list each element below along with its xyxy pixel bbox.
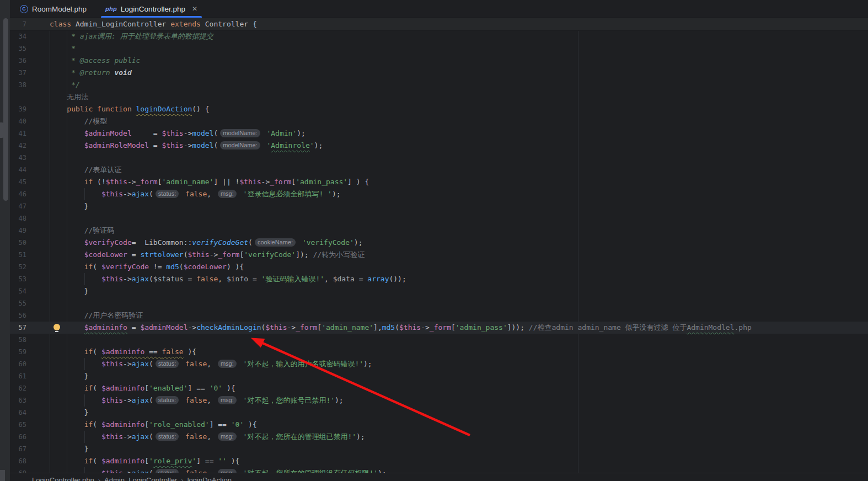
inlay-parameter-hint: modelName: — [220, 129, 260, 137]
active-tab-underline — [101, 16, 202, 18]
line-number: 7 — [10, 18, 26, 30]
tab-logincontroller[interactable]: php LoginController.php ✕ — [101, 0, 202, 18]
code-text: $this->ajax(status: false, msg: '对不起，您所在… — [50, 431, 365, 443]
code-line: 42 $adminRoleModel = $this->model(modelN… — [10, 140, 868, 152]
code-line: 50 $verifyCode= LibCommon::verifyCodeGet… — [10, 237, 868, 249]
line-number: 40 — [10, 115, 26, 127]
code-line: 40 //模型 — [10, 115, 868, 127]
code-line: 68 if( $admininfo['role_priv'] == '' ){ — [10, 455, 868, 467]
line-number: 36 — [10, 55, 26, 67]
line-number: 35 — [10, 42, 26, 55]
line-number — [10, 91, 26, 103]
line-number: 41 — [10, 127, 26, 140]
line-number: 50 — [10, 237, 26, 249]
code-text: class Admin_LoginController extends Cont… — [50, 18, 257, 30]
code-line: 52 if( $verifyCode != md5($codeLower) ){ — [10, 261, 868, 273]
code-line: 46 $this->ajax(status: false, msg: '登录信息… — [10, 188, 868, 200]
line-number: 59 — [10, 346, 26, 358]
code-text: $adminModel = $this->model(modelName: 'A… — [50, 127, 306, 140]
line-number: 58 — [10, 334, 26, 346]
code-line: 64 } — [10, 407, 868, 419]
line-number: 64 — [10, 407, 26, 419]
code-text: public function loginDoAction() { — [50, 103, 210, 115]
code-text: $this->ajax($status = false, $info = '验证… — [50, 273, 406, 285]
line-number: 63 — [10, 394, 26, 407]
code-text: $adminRoleModel = $this->model(modelName… — [50, 140, 323, 152]
inlay-parameter-hint: modelName: — [220, 141, 260, 149]
code-editor[interactable]: 34 * ajax调用: 用于处理登录表单的数据提交35 *36 * @acce… — [10, 30, 868, 473]
code-line: 62 if( $admininfo['enabled'] == '0' ){ — [10, 382, 868, 394]
line-number: 44 — [10, 164, 26, 176]
code-text: if( $admininfo['enabled'] == '0' ){ — [50, 382, 235, 394]
left-stripe-bar[interactable] — [3, 18, 8, 201]
line-number: 38 — [10, 79, 26, 91]
inlay-parameter-hint: msg: — [218, 190, 237, 198]
line-number: 42 — [10, 140, 26, 152]
code-line: 58 — [10, 334, 868, 346]
code-text: $admininfo = $adminModel->checkAdminLogi… — [50, 322, 752, 334]
code-line: 65 if( $admininfo['role_enabled'] == '0'… — [10, 419, 868, 431]
breadcrumb-item[interactable]: LoginController.php — [32, 476, 94, 481]
code-text: * ajax调用: 用于处理登录表单的数据提交 — [50, 30, 213, 42]
code-text: $this->ajax(status: false, msg: '登录信息必须全… — [50, 188, 341, 200]
code-line: 7class Admin_LoginController extends Con… — [10, 18, 868, 30]
code-text: 无用法 — [50, 91, 88, 103]
line-number: 45 — [10, 176, 26, 188]
inlay-parameter-hint: status: — [156, 360, 179, 368]
line-number: 43 — [10, 152, 26, 164]
code-line: 54 } — [10, 285, 868, 297]
breadcrumbs-bar: LoginController.php›Admin_LoginControlle… — [10, 473, 868, 481]
php-class-icon: C — [20, 5, 28, 13]
left-stripe-bottom-block — [0, 470, 5, 481]
breadcrumb-item[interactable]: Admin_LoginController — [104, 476, 177, 481]
code-text: * — [50, 42, 76, 55]
code-text: if( $admininfo['role_priv'] == '' ){ — [50, 455, 239, 467]
code-rows: 34 * ajax调用: 用于处理登录表单的数据提交35 *36 * @acce… — [10, 30, 868, 479]
code-line: 49 //验证码 — [10, 225, 868, 237]
code-line: 43 — [10, 152, 868, 164]
inlay-parameter-hint: status: — [156, 190, 179, 198]
code-line: 55 — [10, 297, 868, 309]
code-text: } — [50, 370, 88, 382]
line-number: 57 — [10, 322, 26, 334]
inlay-parameter-hint: status: — [156, 396, 179, 404]
code-text: if( $admininfo == false ){ — [50, 346, 196, 358]
breadcrumb-item[interactable]: loginDoAction — [187, 476, 232, 481]
line-number: 56 — [10, 309, 26, 322]
inlay-parameter-hint: msg: — [218, 360, 237, 368]
editor-tab-bar: C RoomModel.php php LoginController.php … — [10, 0, 868, 18]
line-number: 37 — [10, 67, 26, 79]
code-text: * @access public — [50, 55, 140, 67]
code-text: //验证码 — [50, 225, 114, 237]
code-line: 63 $this->ajax(status: false, msg: '对不起，… — [10, 394, 868, 407]
code-text: if( $verifyCode != md5($codeLower) ){ — [50, 261, 244, 273]
code-line: 38 */ — [10, 79, 868, 91]
line-number: 68 — [10, 455, 26, 467]
line-number: 62 — [10, 382, 26, 394]
code-line: 59 if( $admininfo == false ){ — [10, 346, 868, 358]
code-text: $codeLower = strtolower($this->_form['ve… — [50, 249, 365, 261]
code-text: } — [50, 407, 88, 419]
code-line: 无用法 — [10, 91, 868, 103]
line-number: 55 — [10, 297, 26, 309]
code-text: //模型 — [50, 115, 107, 127]
left-tool-stripe — [0, 0, 10, 481]
line-number: 53 — [10, 273, 26, 285]
line-number: 66 — [10, 431, 26, 443]
tab-roommodel[interactable]: C RoomModel.php — [15, 0, 91, 18]
close-tab-icon[interactable]: ✕ — [192, 5, 197, 13]
code-line: 57 $admininfo = $adminModel->checkAdminL… — [10, 322, 868, 334]
code-text: * @return void — [50, 67, 132, 79]
breadcrumb-separator: › — [98, 476, 100, 481]
code-line: 45 if (!$this->_form['admin_name'] || !$… — [10, 176, 868, 188]
code-text: } — [50, 200, 88, 212]
code-line: 39 public function loginDoAction() { — [10, 103, 868, 115]
code-line: 37 * @return void — [10, 67, 868, 79]
code-line: 34 * ajax调用: 用于处理登录表单的数据提交 — [10, 30, 868, 42]
line-number: 60 — [10, 358, 26, 370]
code-line: 61 } — [10, 370, 868, 382]
code-line: 67 } — [10, 443, 868, 455]
php-file-icon: php — [105, 6, 117, 12]
tab-label: LoginController.php — [121, 5, 185, 13]
tool-window-handle[interactable] — [0, 122, 4, 138]
